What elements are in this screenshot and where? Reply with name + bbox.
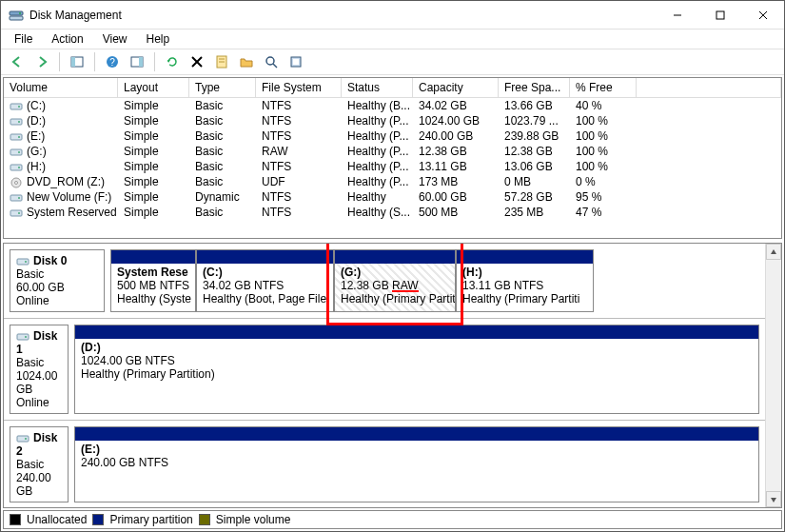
cell-capacity: 60.00 GB [413, 189, 499, 205]
show-hide-action-pane-icon[interactable] [127, 51, 147, 72]
volume-list-body: (C:)SimpleBasicNTFSHealthy (B...34.02 GB… [4, 98, 781, 238]
help-icon[interactable]: ? [102, 51, 123, 72]
volume-row[interactable]: (G:)SimpleBasicRAWHealthy (P...12.38 GB1… [4, 144, 781, 159]
column-header[interactable]: Status [342, 78, 413, 97]
back-arrow-icon[interactable] [7, 51, 28, 72]
partition-status: Healthy (Boot, Page File, [203, 292, 327, 305]
cell-pct: 100 % [570, 159, 637, 174]
show-hide-console-tree-icon[interactable] [67, 51, 88, 72]
drive-icon [10, 207, 23, 219]
cell-capacity: 500 MB [413, 205, 499, 220]
toolbar-separator [94, 52, 95, 71]
open-folder-icon[interactable] [236, 51, 257, 72]
partition-size: 13.11 GB NTFS [462, 279, 587, 292]
partition[interactable]: (H:)13.11 GB NTFSHealthy (Primary Partit… [456, 249, 594, 312]
partition[interactable]: (D:)1024.00 GB NTFSHealthy (Primary Part… [74, 325, 759, 414]
cell-fs: NTFS [256, 159, 342, 174]
volume-row[interactable]: DVD_ROM (Z:)SimpleBasicUDFHealthy (P...1… [4, 174, 781, 189]
scroll-track[interactable] [766, 260, 781, 491]
disk-info[interactable]: Disk 2Basic240.00 GB [10, 426, 69, 502]
search-icon[interactable] [261, 51, 282, 72]
svg-point-26 [18, 121, 20, 123]
svg-point-32 [18, 167, 20, 168]
cell-pct: 100 % [570, 113, 637, 128]
column-header[interactable]: Free Spa... [499, 78, 570, 97]
disk-graph-body[interactable]: Disk 0Basic60.00 GBOnlineSystem Rese500 … [4, 244, 765, 507]
minimize-button[interactable] [656, 1, 698, 29]
cell-type: Basic [189, 205, 256, 220]
disk-partitions: (E:)240.00 GB NTFS [74, 426, 759, 502]
column-header[interactable]: Capacity [413, 78, 499, 97]
volume-row[interactable]: (D:)SimpleBasicNTFSHealthy (P...1024.00 … [4, 113, 781, 128]
menu-help[interactable]: Help [139, 31, 178, 47]
column-header[interactable]: % Free [570, 78, 637, 97]
disk-info[interactable]: Disk 0Basic60.00 GBOnline [10, 249, 105, 312]
volume-row[interactable]: (C:)SimpleBasicNTFSHealthy (B...34.02 GB… [4, 98, 781, 113]
cell-status: Healthy [342, 189, 413, 205]
drive-icon [10, 147, 23, 158]
column-header[interactable]: Type [189, 78, 256, 97]
disk-info[interactable]: Disk 1Basic1024.00 GBOnline [10, 325, 69, 414]
svg-rect-25 [10, 119, 22, 125]
partition-status: Healthy (Primary Partit [341, 292, 449, 305]
svg-rect-8 [71, 57, 75, 67]
column-header[interactable]: File System [256, 78, 342, 97]
cell-free: 57.28 GB [499, 189, 570, 205]
cell-pct: 0 % [570, 174, 637, 189]
partition[interactable]: System Rese500 MB NTFSHealthy (Syste [110, 249, 196, 312]
partition-status: Healthy (Syste [117, 292, 189, 305]
cell-name: (C:) [4, 98, 118, 113]
maximize-button[interactable] [698, 1, 741, 29]
partition[interactable]: (C:)34.02 GB NTFSHealthy (Boot, Page Fil… [196, 249, 334, 312]
cell-fs: NTFS [256, 128, 342, 144]
menu-view[interactable]: View [95, 31, 135, 47]
refresh-icon[interactable] [162, 51, 183, 72]
cell-fs: NTFS [256, 189, 342, 205]
cell-layout: Simple [118, 98, 189, 113]
cell-fs: UDF [256, 174, 342, 189]
partition[interactable]: (G:)12.38 GB RAWHealthy (Primary Partit [334, 249, 456, 312]
svg-rect-29 [10, 149, 22, 155]
cell-name: (E:) [4, 128, 118, 144]
cell-type: Basic [189, 159, 256, 174]
cell-fs: NTFS [256, 205, 342, 220]
column-header[interactable]: Volume [4, 78, 118, 97]
column-header[interactable]: Layout [118, 78, 189, 97]
partition[interactable]: (E:)240.00 GB NTFS [74, 426, 759, 502]
volume-row[interactable]: New Volume (F:)SimpleDynamicNTFSHealthy6… [4, 189, 781, 205]
svg-rect-39 [17, 259, 29, 265]
svg-rect-31 [10, 165, 22, 170]
cell-fs: RAW [256, 144, 342, 159]
properties-icon[interactable] [211, 51, 232, 72]
forward-arrow-icon[interactable] [31, 51, 52, 72]
legend-swatch-primary [92, 514, 104, 525]
drive-icon [10, 192, 23, 204]
scroll-down-button[interactable] [766, 491, 781, 507]
volume-row[interactable]: (E:)SimpleBasicNTFSHealthy (P...240.00 G… [4, 128, 781, 144]
close-button[interactable] [741, 1, 784, 29]
vertical-scrollbar[interactable] [765, 244, 781, 507]
partition-label: (E:) [81, 443, 753, 456]
legend-swatch-simple [199, 514, 210, 525]
disk-graph-pane: Disk 0Basic60.00 GBOnlineSystem Rese500 … [3, 243, 782, 508]
disk-row: Disk 1Basic1024.00 GBOnline(D:)1024.00 G… [4, 319, 765, 421]
svg-rect-43 [17, 436, 29, 442]
cell-type: Basic [189, 144, 256, 159]
cell-type: Basic [189, 98, 256, 113]
svg-rect-4 [716, 11, 724, 19]
menu-action[interactable]: Action [44, 31, 90, 47]
scroll-up-button[interactable] [766, 244, 781, 260]
volume-row[interactable]: System ReservedSimpleBasicNTFSHealthy (S… [4, 205, 781, 220]
volume-row[interactable]: (H:)SimpleBasicNTFSHealthy (P...13.11 GB… [4, 159, 781, 174]
cell-free: 13.66 GB [499, 98, 570, 113]
menu-file[interactable]: File [7, 31, 40, 47]
cell-pct: 95 % [570, 189, 637, 205]
cell-type: Dynamic [189, 189, 256, 205]
cell-capacity: 34.02 GB [413, 98, 499, 113]
partition-label: System Rese [117, 266, 189, 279]
cell-status: Healthy (P... [342, 128, 413, 144]
cell-capacity: 173 MB [413, 174, 499, 189]
delete-icon[interactable] [186, 51, 207, 72]
settings-icon[interactable] [285, 51, 306, 72]
cell-fs: NTFS [256, 113, 342, 128]
